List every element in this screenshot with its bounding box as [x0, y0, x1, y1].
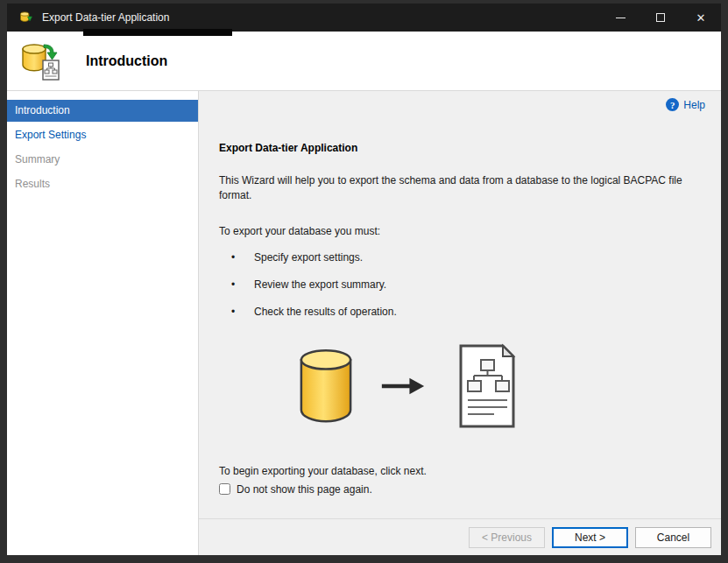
sidebar-item-results: Results [7, 173, 198, 195]
window-title: Export Data-tier Application [42, 11, 600, 24]
minimize-button[interactable] [600, 4, 640, 32]
list-item: • Review the export summary. [231, 278, 709, 291]
database-icon [298, 346, 354, 426]
content-column: ? Help Export Data-tier Application This… [199, 91, 721, 555]
wizard-header: Introduction [7, 32, 721, 90]
app-icon [19, 11, 33, 25]
help-row: ? Help [219, 98, 709, 114]
bullet-icon: • [231, 251, 254, 264]
window-frame: Export Data-tier Application ✕ [0, 0, 728, 563]
close-button[interactable]: ✕ [681, 4, 721, 32]
help-link[interactable]: ? Help [666, 98, 705, 111]
bacpac-document-icon [452, 342, 522, 430]
export-dac-icon [19, 40, 61, 82]
sidebar-item-summary: Summary [7, 149, 198, 171]
previous-button[interactable]: < Previous [469, 527, 545, 548]
minimize-icon [616, 18, 626, 18]
next-button[interactable]: Next > [552, 527, 628, 548]
content-area: ? Help Export Data-tier Application This… [199, 91, 721, 518]
help-icon: ? [666, 98, 679, 111]
list-item: • Specify export settings. [231, 251, 709, 264]
list-item: • Check the results of operation. [231, 306, 709, 318]
sidebar-item-export-settings[interactable]: Export Settings [7, 124, 198, 146]
titlebar[interactable]: Export Data-tier Application ✕ [7, 4, 721, 32]
export-graphic [298, 342, 709, 430]
maximize-button[interactable] [640, 4, 681, 32]
checkbox-row: Do not show this page again. [219, 483, 709, 496]
window-body: Introduction Introduction Export Setting… [7, 32, 721, 555]
help-label: Help [683, 99, 705, 111]
requirements-intro: To export your database you must: [219, 225, 709, 237]
titlebar-shadow-strip [83, 29, 232, 36]
bullet-icon: • [231, 278, 254, 291]
requirements-list: • Specify export settings. • Review the … [219, 251, 709, 318]
bullet-icon: • [231, 306, 254, 318]
bullet-text: Check the results of operation. [254, 306, 397, 318]
cancel-button[interactable]: Cancel [635, 527, 711, 548]
checkbox-label[interactable]: Do not show this page again. [237, 483, 372, 496]
close-icon: ✕ [696, 11, 706, 25]
bullet-text: Review the export summary. [254, 278, 386, 291]
sidebar-item-introduction[interactable]: Introduction [7, 100, 198, 122]
main-row: Introduction Export Settings Summary Res… [7, 90, 721, 555]
right-arrow-icon [380, 375, 426, 398]
wizard-steps-sidebar: Introduction Export Settings Summary Res… [7, 91, 199, 555]
page-title: Introduction [86, 53, 167, 69]
intro-text: This Wizard will help you to export the … [219, 173, 696, 204]
bullet-text: Specify export settings. [254, 251, 363, 264]
maximize-icon [656, 13, 665, 22]
footer-note: To begin exporting your database, click … [219, 465, 709, 477]
do-not-show-checkbox[interactable] [219, 483, 230, 495]
button-bar: < Previous Next > Cancel [199, 518, 721, 555]
content-heading: Export Data-tier Application [219, 142, 709, 154]
